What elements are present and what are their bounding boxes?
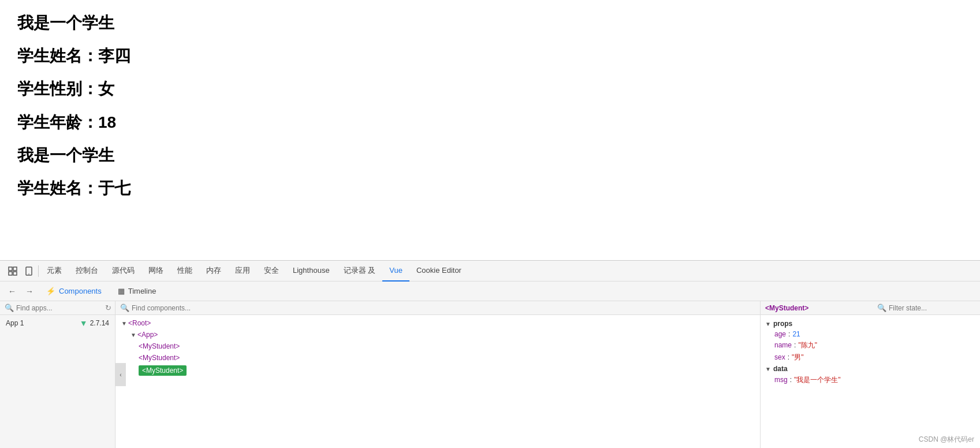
devtools-panel: 元素控制台源代码网络性能内存应用安全Lighthouse记录器 及VueCook… (0, 260, 980, 448)
devtools-tab-元素[interactable]: 元素 (40, 261, 69, 282)
content-line: 学生年龄：18 (17, 111, 963, 134)
devtools-tab-应用[interactable]: 应用 (228, 261, 257, 282)
state-filter-input[interactable] (889, 304, 975, 312)
svg-rect-0 (9, 267, 12, 271)
state-item: age:21 (761, 329, 980, 339)
tree-node[interactable]: <MyStudent> (115, 364, 760, 377)
tree-indent (115, 319, 120, 327)
state-key: name (774, 341, 792, 349)
state-section-header[interactable]: ▼props (761, 319, 980, 329)
tree-node[interactable]: ▼<Root> (115, 317, 760, 329)
devtools-tab-vue[interactable]: Vue (382, 261, 409, 282)
apps-search-bar: 🔍 ↻ (0, 301, 115, 315)
svg-rect-3 (13, 272, 17, 275)
tree-arrow-icon: ▼ (129, 332, 137, 338)
content-line: 我是一个学生 (17, 12, 963, 34)
state-colon: : (788, 353, 789, 361)
collapse-panel-button[interactable]: ‹ (115, 363, 126, 386)
tree-label: <Root> (128, 319, 151, 327)
content-line: 学生姓名：于七 (17, 177, 963, 199)
sub-tab-components[interactable]: ⚡Components (39, 282, 109, 301)
version-text: 2.7.14 (90, 319, 109, 327)
state-item: sex:"男" (761, 351, 980, 364)
components-search-input[interactable] (132, 304, 755, 312)
state-body: ▼propsage:21name:"陈九"sex:"男"▼datamsg:"我是… (761, 315, 980, 448)
svg-rect-1 (13, 267, 17, 271)
state-colon: : (788, 330, 790, 338)
tree-node[interactable]: <MyStudent> (115, 340, 760, 352)
sub-tab-label: Components (59, 287, 102, 295)
timeline-icon: ▦ (118, 287, 125, 295)
app-name: App 1 (6, 319, 24, 327)
apps-search-input[interactable] (16, 304, 103, 312)
content-line: 学生性别：女 (17, 77, 963, 100)
state-key: sex (774, 353, 785, 361)
content-line: 学生姓名：李四 (17, 45, 963, 67)
vue-logo-icon: ▼ (80, 319, 88, 328)
state-item: msg:"我是一个学生" (761, 374, 980, 386)
app-row[interactable]: App 1▼2.7.14 (0, 315, 115, 331)
devtools-tab-内存[interactable]: 内存 (199, 261, 228, 282)
devtools-tab-lighthouse[interactable]: Lighthouse (286, 261, 337, 282)
watermark: CSDN @林代码er (919, 435, 974, 445)
tree-node[interactable]: ▼<App> (115, 329, 760, 340)
tree-indent (115, 331, 129, 339)
svg-point-5 (28, 273, 29, 275)
main-content: 我是一个学生学生姓名：李四学生性别：女学生年龄：18我是一个学生学生姓名：于七 (0, 0, 980, 260)
state-value: 21 (792, 330, 800, 338)
inspect-icon[interactable] (5, 263, 21, 279)
devtools-tab-源代码[interactable]: 源代码 (105, 261, 141, 282)
tree-indent (115, 342, 139, 350)
search-icon: 🔍 (5, 303, 14, 312)
state-value: "陈九" (798, 340, 817, 350)
device-icon[interactable] (21, 263, 37, 279)
back-button[interactable]: ← (5, 284, 20, 299)
refresh-icon[interactable]: ↻ (105, 303, 111, 312)
tree-label: <MyStudent> (139, 342, 180, 350)
tree-arrow-icon: ▼ (120, 320, 128, 327)
devtools-tab-性能[interactable]: 性能 (170, 261, 199, 282)
tree-indent (115, 354, 139, 362)
tree-label: <MyStudent> (139, 354, 180, 362)
selected-component-name: <MyStudent> (765, 304, 808, 312)
devtools-tab-cookieeditor[interactable]: Cookie Editor (409, 261, 468, 282)
devtools-tab-记录器及[interactable]: 记录器 及 (337, 261, 383, 282)
state-value: "男" (792, 353, 804, 362)
sub-tab-timeline[interactable]: ▦Timeline (111, 282, 163, 301)
state-section-arrow-icon: ▼ (765, 321, 771, 327)
state-colon: : (790, 376, 792, 384)
sub-tabs-bar: ← → ⚡Components▦Timeline (0, 282, 980, 301)
state-key: msg (774, 376, 788, 384)
svg-rect-2 (9, 272, 12, 275)
state-panel: <MyStudent> 🔍 ▼propsage:21name:"陈九"sex:"… (761, 301, 980, 448)
components-icon: ⚡ (46, 287, 55, 295)
state-section-name: props (773, 320, 792, 328)
state-section-name: data (773, 365, 788, 373)
app-version: ▼2.7.14 (80, 319, 109, 328)
state-colon: : (794, 341, 796, 349)
state-section-arrow-icon: ▼ (765, 366, 771, 372)
apps-panel: 🔍 ↻ App 1▼2.7.14 (0, 301, 115, 448)
devtools-tab-网络[interactable]: 网络 (141, 261, 170, 282)
components-panel: 🔍 ▼<Root> ▼<App> <MyStudent> <MyStudent>… (115, 301, 761, 448)
state-section-header[interactable]: ▼data (761, 364, 980, 374)
search-icon-components: 🔍 (120, 303, 129, 312)
devtools-body: 🔍 ↻ App 1▼2.7.14 🔍 ▼<Root> ▼<App> <MyStu… (0, 301, 980, 448)
devtools-tab-安全[interactable]: 安全 (257, 261, 286, 282)
tree-node[interactable]: <MyStudent> (115, 352, 760, 364)
state-item: name:"陈九" (761, 339, 980, 351)
devtools-tab-控制台[interactable]: 控制台 (69, 261, 105, 282)
state-search-bar: 🔍 (877, 303, 975, 312)
components-tree: ▼<Root> ▼<App> <MyStudent> <MyStudent> <… (115, 315, 760, 448)
devtools-tabs-bar: 元素控制台源代码网络性能内存应用安全Lighthouse记录器 及VueCook… (0, 261, 980, 282)
content-line: 我是一个学生 (17, 144, 963, 166)
tab-divider (38, 265, 39, 277)
state-value: "我是一个学生" (794, 375, 841, 385)
forward-button[interactable]: → (22, 284, 37, 299)
tree-label: <App> (137, 331, 158, 339)
components-search-bar: 🔍 (115, 301, 760, 315)
state-header: <MyStudent> 🔍 (761, 301, 980, 315)
tree-label: <MyStudent> (139, 365, 187, 376)
sub-tab-label: Timeline (128, 287, 156, 295)
search-icon-state: 🔍 (877, 303, 886, 312)
